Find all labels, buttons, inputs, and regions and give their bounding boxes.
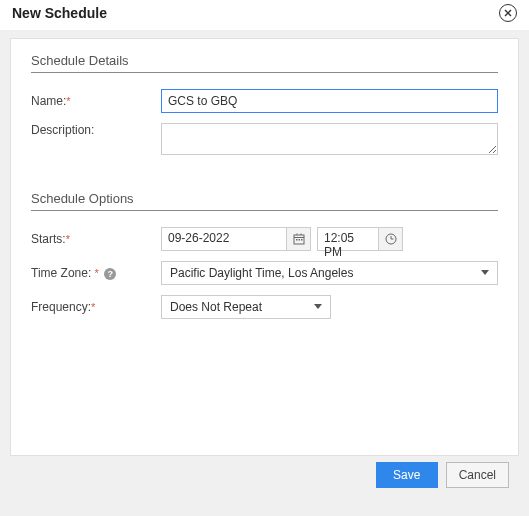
label-timezone: Time Zone: * ?	[31, 266, 161, 280]
date-value: 09-26-2022	[162, 228, 286, 250]
frequency-select[interactable]: Does Not Repeat	[161, 295, 331, 319]
modal-footer: Save Cancel	[10, 456, 519, 494]
modal-body-wrap: Schedule Details Name:* Description: Sch…	[0, 30, 529, 502]
label-name: Name:*	[31, 94, 161, 108]
row-name: Name:*	[31, 89, 498, 113]
row-timezone: Time Zone: * ? Pacific Daylight Time, Lo…	[31, 261, 498, 285]
section-heading-details: Schedule Details	[31, 53, 498, 73]
timezone-value: Pacific Daylight Time, Los Angeles	[170, 266, 353, 280]
required-marker: *	[91, 301, 95, 313]
frequency-value: Does Not Repeat	[170, 300, 262, 314]
svg-rect-6	[301, 239, 303, 241]
info-icon[interactable]: ?	[104, 268, 116, 280]
close-icon	[504, 9, 512, 17]
svg-rect-4	[296, 239, 298, 241]
row-frequency: Frequency:* Does Not Repeat	[31, 295, 498, 319]
time-value: 12:05 PM	[318, 228, 378, 250]
description-input[interactable]	[161, 123, 498, 155]
close-button[interactable]	[499, 4, 517, 22]
required-marker: *	[66, 233, 70, 245]
timezone-select[interactable]: Pacific Daylight Time, Los Angeles	[161, 261, 498, 285]
modal-body: Schedule Details Name:* Description: Sch…	[10, 38, 519, 456]
row-starts: Starts:* 09-26-2022 12:05	[31, 227, 498, 251]
row-description: Description:	[31, 123, 498, 155]
date-picker[interactable]: 09-26-2022	[161, 227, 311, 251]
name-input[interactable]	[161, 89, 498, 113]
time-picker[interactable]: 12:05 PM	[317, 227, 403, 251]
cancel-button[interactable]: Cancel	[446, 462, 509, 488]
modal-title: New Schedule	[12, 5, 107, 21]
clock-icon	[385, 233, 397, 245]
chevron-down-icon	[481, 270, 489, 276]
required-marker: *	[66, 95, 70, 107]
label-description: Description:	[31, 123, 161, 137]
clock-button[interactable]	[378, 228, 402, 250]
calendar-button[interactable]	[286, 228, 310, 250]
chevron-down-icon	[314, 304, 322, 310]
svg-rect-5	[298, 239, 300, 241]
label-starts: Starts:*	[31, 232, 161, 246]
section-heading-options: Schedule Options	[31, 191, 498, 211]
save-button[interactable]: Save	[376, 462, 438, 488]
calendar-icon	[293, 233, 305, 245]
required-marker: *	[95, 267, 99, 279]
modal-header: New Schedule	[0, 0, 529, 30]
label-frequency: Frequency:*	[31, 300, 161, 314]
